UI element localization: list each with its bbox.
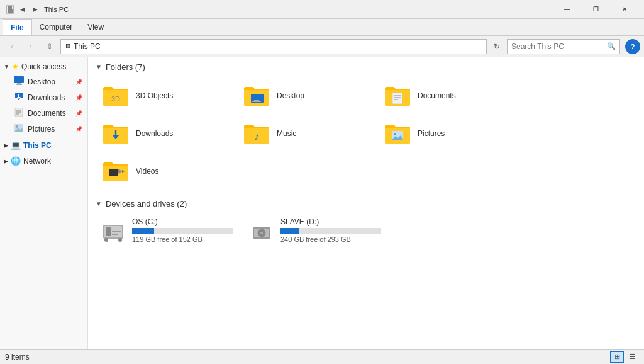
address-box[interactable]: 🖥 This PC: [60, 39, 487, 54]
folder-icon-documents: [382, 81, 413, 111]
svg-rect-4: [17, 83, 21, 84]
desktop-label: Desktop: [28, 77, 55, 86]
pictures-icon: [14, 123, 24, 134]
quick-access-star-icon: ★: [12, 62, 19, 71]
svg-point-38: [118, 238, 122, 242]
downloads-pin-icon: 📌: [75, 94, 82, 101]
tab-view[interactable]: View: [80, 19, 111, 35]
sidebar-item-documents[interactable]: Documents 📌: [0, 105, 87, 121]
this-pc-header[interactable]: ▶ 💻 This PC: [0, 138, 87, 152]
folder-label-pictures: Pictures: [418, 129, 445, 138]
devices-section-title: Devices and drives (2): [106, 199, 187, 208]
this-pc-label: This PC: [23, 141, 52, 150]
this-pc-section: ▶ 💻 This PC: [0, 138, 87, 152]
folder-item-videos[interactable]: Videos: [96, 154, 234, 189]
search-input[interactable]: [511, 42, 604, 51]
address-path: This PC: [74, 42, 101, 51]
drive-icon-d: [248, 217, 275, 245]
folder-label-documents: Documents: [418, 91, 456, 100]
main-layout: ▼ ★ Quick access Desktop 📌 Downloads 📌: [0, 57, 644, 349]
network-label: Network: [23, 157, 51, 166]
ribbon: File Computer View: [0, 19, 644, 36]
quick-access-header[interactable]: ▼ ★ Quick access: [0, 60, 87, 74]
drive-item-d[interactable]: SLAVE (D:) 240 GB free of 293 GB: [244, 215, 385, 247]
sidebar-item-downloads[interactable]: Downloads 📌: [0, 89, 87, 105]
svg-point-13: [16, 125, 18, 128]
svg-rect-1: [8, 6, 12, 9]
documents-icon: [14, 108, 24, 118]
tab-file[interactable]: File: [3, 19, 32, 35]
drive-free-d: 240 GB free of 293 GB: [280, 236, 381, 243]
title-bar-title: This PC: [44, 6, 552, 13]
svg-rect-18: [252, 101, 261, 102]
undo-icon[interactable]: ◀: [18, 4, 28, 14]
folder-icon-pictures: [382, 118, 413, 149]
pictures-pin-icon: 📌: [75, 126, 82, 132]
this-pc-icon: 💻: [11, 140, 21, 150]
up-button[interactable]: ⇧: [42, 39, 58, 54]
search-box[interactable]: 🔍: [507, 39, 620, 54]
folder-item-documents[interactable]: Documents: [377, 78, 516, 113]
drive-bar-fill-d: [280, 228, 299, 234]
view-details-button[interactable]: ☰: [625, 351, 639, 363]
view-toggle-buttons: ⊞ ☰: [610, 351, 639, 363]
save-icon[interactable]: [5, 4, 15, 14]
svg-rect-2: [8, 9, 13, 13]
view-large-icons-button[interactable]: ⊞: [610, 351, 624, 363]
folder-item-music[interactable]: ♪ Music: [236, 116, 375, 151]
folders-grid: 3D 3D Objects Desktop: [96, 78, 636, 189]
folder-label-3dobjects: 3D Objects: [136, 91, 173, 100]
status-item-count: 9 items: [5, 353, 30, 361]
documents-label: Documents: [28, 109, 66, 118]
help-button[interactable]: ?: [625, 39, 640, 54]
svg-rect-17: [254, 100, 259, 101]
pictures-label: Pictures: [28, 125, 55, 134]
folder-item-3dobjects[interactable]: 3D 3D Objects: [96, 78, 234, 113]
status-bar: 9 items ⊞ ☰: [0, 349, 644, 364]
svg-point-42: [260, 232, 263, 234]
quick-access-section: ▼ ★ Quick access Desktop 📌 Downloads 📌: [0, 60, 87, 137]
svg-point-27: [394, 133, 396, 135]
folder-item-pictures[interactable]: Pictures: [377, 116, 516, 151]
window-controls: — ❐ ✕: [552, 0, 639, 19]
drive-item-c[interactable]: OS (C:) 119 GB free of 152 GB: [96, 215, 236, 247]
close-button[interactable]: ✕: [610, 0, 639, 19]
sidebar-item-pictures[interactable]: Pictures 📌: [0, 121, 87, 137]
folder-icon-music: ♪: [242, 118, 272, 149]
folder-icon-downloads: [101, 118, 131, 149]
refresh-button[interactable]: ↻: [489, 39, 504, 54]
folders-section-title: Folders (7): [106, 62, 145, 72]
desktop-icon: [14, 76, 24, 87]
drive-info-c: OS (C:) 119 GB free of 152 GB: [132, 217, 233, 243]
this-pc-chevron: ▶: [4, 142, 8, 149]
devices-section-header[interactable]: ▼ Devices and drives (2): [96, 199, 636, 208]
documents-pin-icon: 📌: [75, 110, 82, 117]
folder-label-desktop: Desktop: [277, 91, 304, 100]
svg-rect-36: [112, 234, 118, 235]
redo-icon[interactable]: ▶: [30, 4, 40, 14]
sidebar-item-desktop[interactable]: Desktop 📌: [0, 74, 87, 89]
folder-item-downloads[interactable]: Downloads: [96, 116, 234, 151]
folders-chevron-icon: ▼: [96, 64, 102, 71]
network-header[interactable]: ▶ 🌐 Network: [0, 154, 87, 168]
folders-section-header[interactable]: ▼ Folders (7): [96, 62, 636, 72]
content-area: ▼ Folders (7) 3D 3D Objects: [88, 57, 644, 349]
network-chevron: ▶: [4, 158, 8, 164]
maximize-button[interactable]: ❐: [581, 0, 610, 19]
folder-icon-desktop: [242, 81, 272, 111]
desktop-pin-icon: 📌: [75, 79, 82, 85]
back-button[interactable]: ‹: [4, 39, 20, 54]
folder-icon-videos: [101, 156, 131, 186]
folder-icon-3dobjects: 3D: [101, 81, 131, 111]
drive-bar-bg-c: [132, 228, 233, 234]
path-pc-icon: 🖥: [65, 43, 71, 50]
drive-name-d: SLAVE (D:): [280, 217, 381, 226]
search-icon: 🔍: [607, 42, 616, 50]
minimize-button[interactable]: —: [552, 0, 581, 19]
forward-button[interactable]: ›: [23, 39, 39, 54]
title-bar: ◀ ▶ This PC — ❐ ✕: [0, 0, 644, 19]
tab-computer[interactable]: Computer: [32, 19, 80, 35]
address-bar: ‹ › ⇧ 🖥 This PC ↻ 🔍 ?: [0, 36, 644, 57]
folder-item-desktop[interactable]: Desktop: [236, 78, 375, 113]
ribbon-tabs: File Computer View: [0, 19, 644, 35]
